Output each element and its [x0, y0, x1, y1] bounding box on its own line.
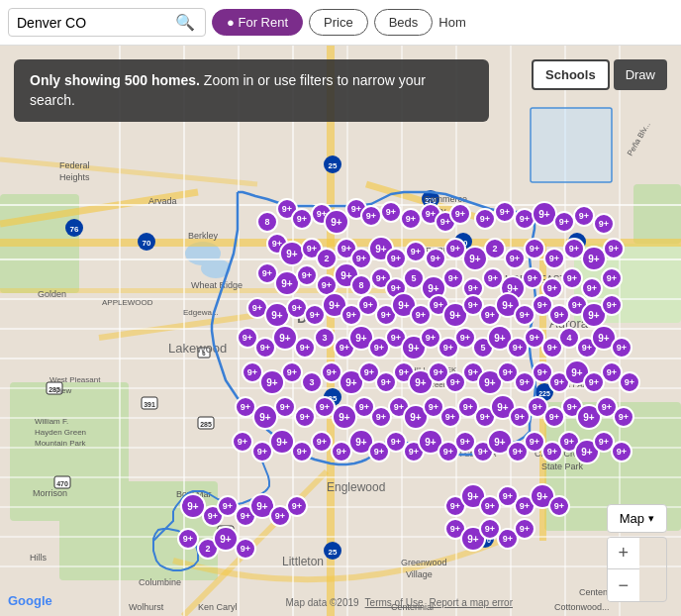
- info-banner: Only showing 500 homes. Zoom in or use f…: [14, 59, 489, 122]
- property-marker[interactable]: 9+: [294, 337, 316, 359]
- property-marker[interactable]: 3: [301, 371, 323, 393]
- banner-bold: Only showing 500 homes.: [30, 72, 200, 88]
- property-marker[interactable]: 9+: [603, 238, 625, 259]
- svg-rect-29: [0, 565, 681, 567]
- property-marker[interactable]: 9+: [573, 205, 595, 227]
- map-attribution: Map data ©2019 Terms of Use Report a map…: [286, 597, 513, 608]
- property-marker[interactable]: 9+: [581, 277, 603, 299]
- property-marker[interactable]: 9+: [494, 201, 516, 223]
- property-marker[interactable]: 9+: [385, 248, 407, 269]
- svg-rect-27: [0, 506, 681, 508]
- property-marker[interactable]: 9+: [235, 538, 256, 560]
- property-marker[interactable]: 9+: [405, 241, 427, 262]
- svg-point-8: [201, 258, 231, 278]
- property-marker[interactable]: 9+: [548, 495, 570, 517]
- svg-text:Greenwood: Greenwood: [401, 558, 447, 567]
- search-box[interactable]: 🔍: [8, 8, 206, 37]
- property-marker[interactable]: 9+: [619, 371, 640, 393]
- map-type-button[interactable]: Map ▾: [607, 504, 667, 533]
- property-marker[interactable]: 2: [316, 248, 338, 269]
- property-marker[interactable]: 9+: [514, 518, 535, 540]
- price-button[interactable]: Price: [309, 9, 368, 36]
- svg-text:Morrison: Morrison: [33, 488, 67, 498]
- property-marker[interactable]: 9+: [274, 396, 296, 418]
- svg-rect-28: [0, 536, 681, 538]
- svg-text:Berkley: Berkley: [188, 231, 219, 241]
- svg-text:Englewood: Englewood: [327, 480, 385, 494]
- zoom-out-button[interactable]: −: [608, 569, 639, 601]
- svg-text:Edgewa...: Edgewa...: [183, 308, 219, 317]
- property-marker[interactable]: 9+: [380, 201, 402, 223]
- draw-button[interactable]: Draw: [614, 59, 667, 90]
- property-marker[interactable]: 9+: [291, 208, 313, 230]
- property-marker[interactable]: 9+: [561, 267, 583, 289]
- terms-link[interactable]: Terms of Use: [365, 597, 424, 608]
- svg-text:Hayden Green: Hayden Green: [35, 428, 86, 437]
- svg-text:76: 76: [70, 225, 79, 234]
- property-marker[interactable]: 9+: [286, 495, 308, 517]
- property-marker[interactable]: 9+: [543, 248, 565, 269]
- search-input[interactable]: [17, 15, 175, 31]
- svg-rect-30: [119, 46, 121, 616]
- property-marker[interactable]: 3: [314, 327, 336, 349]
- property-marker[interactable]: 9+: [611, 337, 632, 359]
- svg-text:Arvada: Arvada: [148, 196, 177, 206]
- property-marker[interactable]: 9+: [291, 441, 313, 462]
- svg-rect-26: [0, 476, 681, 478]
- svg-text:Wheat Ridge: Wheat Ridge: [191, 280, 243, 290]
- svg-text:Littleton: Littleton: [282, 555, 324, 568]
- property-marker[interactable]: 9+: [449, 203, 471, 225]
- property-marker[interactable]: 9+: [504, 248, 526, 269]
- report-link[interactable]: Report a map error: [430, 597, 513, 608]
- property-marker[interactable]: 8: [256, 211, 278, 233]
- zoom-in-button[interactable]: +: [608, 538, 639, 569]
- property-marker[interactable]: 9+: [593, 213, 615, 235]
- svg-text:Golden: Golden: [38, 289, 66, 299]
- svg-text:470: 470: [56, 480, 68, 487]
- property-marker[interactable]: 9+: [232, 431, 253, 453]
- schools-button[interactable]: Schools: [532, 59, 610, 90]
- svg-rect-34: [346, 46, 348, 616]
- property-marker[interactable]: 9+: [613, 406, 634, 428]
- svg-text:William F.: William F.: [35, 417, 68, 426]
- property-marker[interactable]: 9+: [553, 211, 575, 233]
- svg-text:25: 25: [329, 548, 338, 557]
- home-filter[interactable]: Hom: [438, 15, 465, 30]
- property-marker[interactable]: 9+: [524, 238, 545, 259]
- property-marker[interactable]: 9+: [360, 205, 382, 227]
- property-marker[interactable]: 9+: [400, 208, 422, 230]
- property-marker[interactable]: 9+: [311, 431, 333, 453]
- svg-rect-6: [633, 184, 681, 244]
- property-marker[interactable]: 9+: [281, 361, 303, 383]
- map-type-label: Map: [620, 511, 644, 526]
- svg-text:Federal: Federal: [59, 160, 90, 170]
- for-rent-button[interactable]: ● For Rent: [212, 9, 303, 36]
- svg-text:Hills: Hills: [30, 553, 47, 563]
- svg-text:285: 285: [200, 421, 212, 428]
- map-data-text: Map data ©2019: [286, 597, 359, 608]
- property-marker[interactable]: 9+: [601, 294, 623, 316]
- property-marker[interactable]: 9+: [294, 406, 316, 428]
- svg-text:West Pleasant: West Pleasant: [49, 375, 101, 384]
- property-marker[interactable]: 2: [484, 238, 506, 259]
- property-marker[interactable]: 9+: [296, 264, 318, 286]
- svg-text:391: 391: [144, 401, 155, 408]
- search-icon[interactable]: 🔍: [175, 13, 195, 32]
- chevron-down-icon: ▾: [648, 512, 654, 525]
- property-marker[interactable]: 9+: [177, 528, 199, 550]
- property-marker[interactable]: 8: [350, 274, 372, 296]
- property-marker[interactable]: 9+: [611, 441, 632, 462]
- property-marker[interactable]: 9+: [442, 267, 464, 289]
- property-marker[interactable]: 9+: [522, 267, 543, 289]
- property-marker[interactable]: 9+: [601, 267, 623, 289]
- svg-text:Wolhurst: Wolhurst: [129, 602, 164, 612]
- map-controls: Schools Draw: [532, 59, 667, 90]
- svg-text:View: View: [54, 386, 71, 395]
- beds-button[interactable]: Beds: [374, 9, 434, 36]
- header: 🔍 ● For Rent Price Beds Hom: [0, 0, 681, 46]
- property-marker[interactable]: 9+: [474, 208, 496, 230]
- svg-text:State Park: State Park: [541, 462, 584, 471]
- svg-text:70: 70: [143, 239, 151, 248]
- map-container[interactable]: 70 70 70 25 25 25 270 225 76 470 285 285…: [0, 46, 681, 616]
- property-marker[interactable]: 9+: [425, 248, 446, 269]
